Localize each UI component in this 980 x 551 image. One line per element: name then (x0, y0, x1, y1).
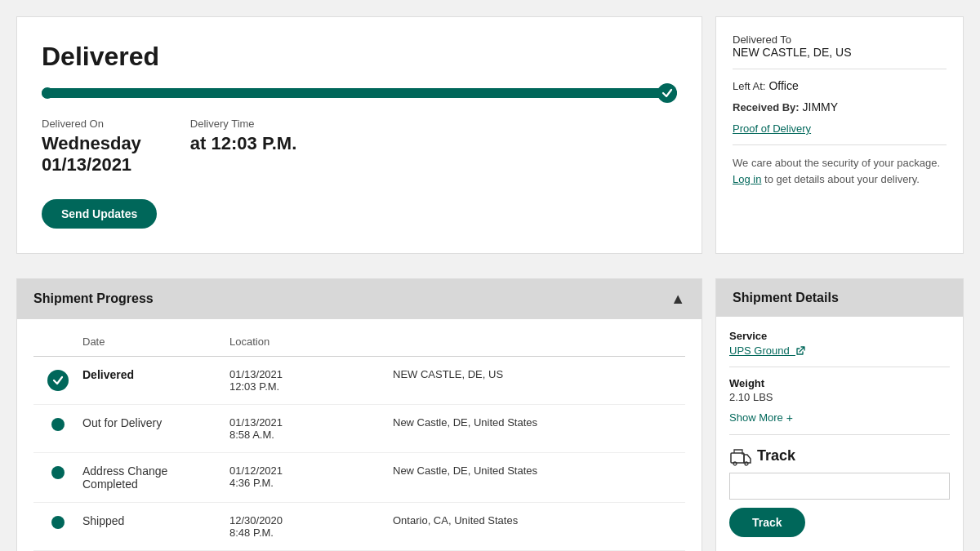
check-icon (52, 375, 64, 386)
service-row: Service UPS Ground (729, 330, 950, 357)
shipment-details-title: Shipment Details (733, 291, 839, 305)
delivered-to-row: Delivered To NEW CASTLE, DE, US (733, 33, 947, 59)
track-header: Track (729, 447, 795, 466)
delivered-to-value: NEW CASTLE, DE, US (733, 46, 947, 59)
delivery-time-block: Delivery Time at 12:03 P.M. (190, 118, 296, 176)
page-wrapper: Delivered Delivere (0, 0, 980, 551)
table-row: Shipped 12/30/2020 8:48 P.M. Ontario, CA… (33, 503, 685, 551)
proof-of-delivery-row: Proof of Delivery (733, 122, 947, 135)
track-section: Track Track (729, 447, 950, 537)
table-row: Address ChangeCompleted 01/12/2021 4:36 … (33, 453, 685, 503)
weight-label: Weight (729, 377, 950, 389)
row-location-shipped: Ontario, CA, United States (393, 514, 685, 527)
sd-divider-2 (729, 434, 950, 435)
delivered-to-label: Delivered To (733, 33, 947, 46)
row-date-delivered: 01/13/2021 (229, 368, 393, 380)
step-icon-out-for-delivery (33, 416, 82, 431)
location-column-header: Location (229, 335, 393, 348)
progress-table: Date Location Delivered (17, 319, 702, 551)
progress-bar-track (42, 88, 677, 98)
delivery-info: Delivered On Wednesday 01/13/2021 Delive… (42, 118, 677, 176)
track-button[interactable]: Track (729, 508, 805, 537)
left-at-row: Left At: Office (733, 79, 947, 92)
bottom-section: Shipment Progress ▲ Date Location (0, 262, 980, 551)
collapse-button[interactable]: ▲ (670, 291, 685, 308)
progress-end-dot (657, 83, 677, 103)
row-location-out-for-delivery: New Castle, DE, United States (393, 416, 685, 429)
row-status-delivered: Delivered (82, 368, 229, 381)
step-icon-address-change (33, 464, 82, 479)
shipment-progress-panel: Shipment Progress ▲ Date Location (16, 278, 702, 551)
table-header: Date Location (33, 327, 685, 357)
log-in-link[interactable]: Log in (733, 173, 761, 185)
track-icon (729, 447, 752, 466)
service-value-link[interactable]: UPS Ground (729, 344, 805, 357)
shipment-details-header: Shipment Details (716, 279, 963, 317)
left-at-value: Office (768, 79, 798, 92)
progress-bar-container (42, 88, 677, 98)
table-row: Delivered 01/13/2021 12:03 P.M. NEW CAST… (33, 357, 685, 405)
step-dot-shipped (51, 516, 65, 529)
table-row: Out for Delivery 01/13/2021 8:58 A.M. Ne… (33, 405, 685, 453)
svg-point-2 (745, 462, 748, 465)
row-status-address-change: Address ChangeCompleted (82, 464, 229, 491)
delivery-title: Delivered (42, 42, 677, 72)
sd-divider-1 (729, 367, 950, 367)
service-label: Service (729, 330, 950, 342)
delivery-time: at 12:03 P.M. (190, 133, 296, 154)
divider-1 (733, 69, 947, 69)
step-icon-shipped (33, 514, 82, 529)
step-dot-out-for-delivery (51, 418, 65, 431)
delivery-details-panel: Delivered To NEW CASTLE, DE, US Left At:… (715, 16, 964, 254)
step-icon-delivered (33, 368, 82, 391)
delivery-card: Delivered Delivere (16, 16, 702, 254)
checkmark-icon (662, 87, 673, 99)
security-note-suffix: to get details about your delivery. (761, 173, 919, 185)
progress-bar-fill (42, 88, 677, 98)
step-dot-address-change (51, 466, 65, 479)
send-updates-button[interactable]: Send Updates (42, 199, 157, 229)
shipment-details-content: Service UPS Ground Weight 2.10 LBS (716, 317, 963, 550)
left-at-label: Left At: (733, 80, 765, 92)
show-more-row: Show More + (729, 411, 950, 424)
security-note: We care about the security of your packa… (733, 155, 947, 187)
track-title: Track (757, 447, 795, 464)
track-input[interactable] (729, 473, 950, 500)
received-by-value: JIMMY (803, 100, 839, 113)
show-more-button[interactable]: Show More + (729, 411, 793, 424)
divider-2 (733, 144, 947, 145)
delivered-date: Wednesday 01/13/2021 (42, 133, 141, 176)
security-note-prefix: We care about the security of your packa… (733, 157, 940, 169)
weight-value: 2.10 LBS (729, 391, 950, 403)
received-by-row: Received By: JIMMY (733, 100, 947, 113)
progress-start-dot (42, 87, 53, 99)
delivery-time-label: Delivery Time (190, 118, 296, 130)
row-status-shipped: Shipped (82, 514, 229, 527)
row-location-address-change: New Castle, DE, United States (393, 464, 685, 477)
weight-row: Weight 2.10 LBS (729, 377, 950, 403)
shipment-progress-title: Shipment Progress (33, 291, 154, 306)
delivered-on-label: Delivered On (42, 118, 141, 130)
row-status-out-for-delivery: Out for Delivery (82, 416, 229, 429)
step-circle-delivered (47, 370, 69, 391)
proof-of-delivery-link[interactable]: Proof of Delivery (733, 122, 811, 135)
date-column-header: Date (82, 335, 229, 348)
plus-icon: + (786, 411, 793, 424)
shipment-progress-header: Shipment Progress ▲ (17, 279, 702, 319)
external-link-icon (795, 346, 805, 356)
svg-point-1 (733, 462, 737, 465)
shipment-details-panel: Shipment Details Service UPS Ground (715, 278, 964, 551)
top-section: Delivered Delivere (0, 0, 980, 254)
row-location-delivered: NEW CASTLE, DE, US (393, 368, 685, 380)
delivered-on-block: Delivered On Wednesday 01/13/2021 (42, 118, 141, 176)
received-by-label: Received By: (733, 101, 800, 113)
